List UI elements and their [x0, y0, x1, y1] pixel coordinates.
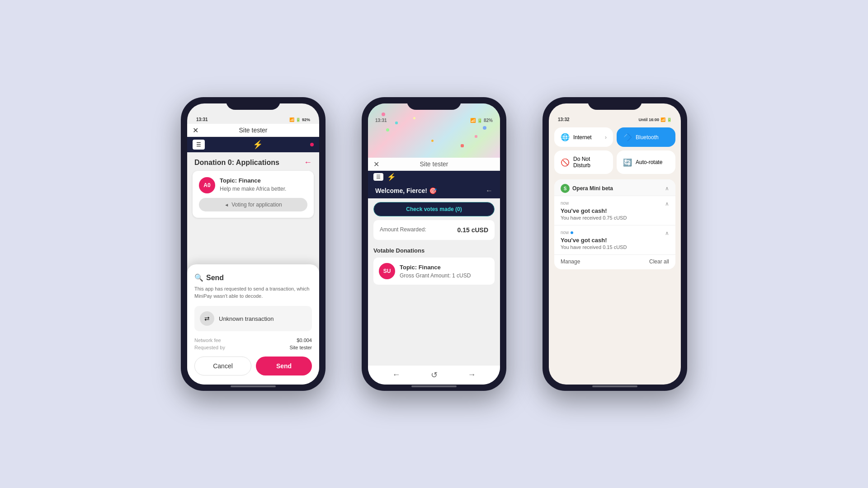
donation-title: Donation 0: Applications [194, 159, 279, 167]
notification-actions: Manage Clear all [554, 254, 675, 269]
phone-2-header-title: Site tester [420, 160, 448, 168]
voting-button[interactable]: Voting for application [199, 198, 307, 211]
phone-1-battery: 92% [302, 117, 310, 122]
confetti-dot-5 [475, 135, 477, 138]
send-button[interactable]: Send [256, 357, 312, 375]
notif-collapse-icon[interactable]: ∧ [665, 185, 669, 192]
notification-dot [310, 143, 314, 146]
donor-topic: Topic: Finance [220, 177, 286, 184]
votable-section-title: Votable Donations [368, 244, 500, 256]
phone-2-close-button[interactable]: ✕ [373, 160, 379, 169]
phone-2-header-bar: ✕ Site tester [368, 158, 500, 171]
wifi-icon: 📶 [289, 117, 294, 122]
notification-item-2: now You've got cash! You have received 0… [554, 225, 675, 254]
dnd-icon: 🚫 [561, 158, 570, 167]
modal-buttons: Cancel Send [194, 357, 312, 375]
battery-icon-p3: 🔋 [667, 117, 672, 122]
nav-refresh-icon[interactable]: ↺ [431, 370, 438, 380]
phone-3-status-icons: Until 16:00 📶 🔋 [638, 117, 672, 122]
phone-2-notch [407, 97, 461, 110]
phone-2-nav-strip: ☰ ⚡ [368, 171, 500, 183]
amount-card: Amount Rewarded: 0.15 cUSD [373, 220, 495, 240]
until-label: Until 16:00 [638, 117, 659, 122]
qs-tile-internet-left: 🌐 Internet [561, 133, 592, 141]
notif-1-time: now [561, 201, 669, 206]
opera-mini-icon: S [561, 184, 570, 193]
nav-back-icon[interactable]: ← [392, 370, 401, 380]
requested-by-value: Site tester [289, 345, 312, 350]
phone-2-menu-icon[interactable]: ☰ [373, 173, 383, 181]
phone-1: 13:31 📶 🔋 92% ✕ Site tester ☰ ⚡ Don [181, 97, 326, 391]
qs-tile-dnd-left: 🚫 Do Not Disturb [561, 156, 607, 169]
amount-label-group: Amount Rewarded: [380, 226, 426, 234]
back-arrow-icon[interactable]: ← [486, 187, 493, 195]
phone-3-screen: 13:32 Until 16:00 📶 🔋 🌐 Internet › [549, 103, 681, 385]
menu-icon[interactable]: ☰ [193, 140, 205, 150]
phone-1-top-bar: ✕ Site tester [187, 124, 319, 137]
donor-avatar: A0 [199, 177, 215, 193]
manage-button[interactable]: Manage [561, 258, 580, 265]
notif-app-name: Opera Mini beta [572, 185, 613, 192]
confetti-dot-4 [386, 128, 389, 131]
donation-card: A0 Topic: Finance Help me make Africa be… [193, 171, 314, 218]
donation-back-icon[interactable]: ← [304, 158, 312, 167]
notif-2-dot [571, 231, 573, 234]
qs-tile-rotate[interactable]: 🔄 Auto-rotate [617, 150, 675, 174]
send-modal-title: 🔍 Send [194, 273, 312, 282]
cancel-button[interactable]: Cancel [194, 357, 251, 375]
battery-icon-p2: 🔋 [477, 118, 482, 123]
phone-3-home-bar [592, 385, 637, 387]
close-button[interactable]: ✕ [193, 126, 198, 135]
network-fee-value: $0.004 [297, 338, 312, 343]
qs-tile-dnd[interactable]: 🚫 Do Not Disturb [554, 150, 613, 174]
notif-1-collapse-icon[interactable]: ∧ [665, 201, 669, 207]
internet-icon: 🌐 [561, 133, 570, 141]
votable-card: SU Topic: Finance Gross Grant Amount: 1 … [373, 258, 495, 285]
phone-2-screen: 13:31 📶 🔋 82% ✕ [368, 103, 500, 385]
bluetooth-label: Bluetooth [636, 134, 659, 141]
phone-3-notch [588, 97, 642, 110]
requested-by-label: Requested by [194, 345, 225, 350]
qs-tile-internet[interactable]: 🌐 Internet › [554, 127, 613, 147]
notif-1-title: You've got cash! [561, 207, 669, 214]
donor-info: Topic: Finance Help me make Africa bette… [220, 177, 286, 192]
check-votes-container: Check votes made (0) [373, 202, 495, 216]
logo-icon: ⚡ [253, 140, 263, 150]
nav-forward-icon[interactable]: → [468, 370, 476, 380]
confetti-dot-8 [461, 144, 464, 147]
requested-by-row: Requested by Site tester [194, 345, 312, 350]
phone-1-header-title: Site tester [239, 127, 267, 134]
donor-row: A0 Topic: Finance Help me make Africa be… [199, 177, 307, 193]
notif-2-time: now [561, 230, 669, 235]
network-fee-label: Network fee [194, 338, 221, 343]
notif-2-title: You've got cash! [561, 237, 669, 244]
check-votes-button[interactable]: Check votes made (0) [373, 202, 495, 216]
phone-2-status-bar: 13:31 📶 🔋 82% [368, 116, 500, 125]
send-description: This app has requested to send a transac… [194, 286, 312, 300]
phone-1-notch [226, 97, 280, 110]
rotate-icon: 🔄 [623, 158, 632, 167]
send-modal: 🔍 Send This app has requested to send a … [187, 264, 319, 385]
phone-2-status-icons: 📶 🔋 82% [470, 118, 493, 123]
confetti-dot-6 [483, 126, 486, 130]
votable-grant: Gross Grant Amount: 1 cUSD [400, 272, 471, 279]
amount-label: Amount Rewarded: [380, 226, 426, 234]
transaction-label: Unknown transaction [219, 315, 274, 322]
clear-all-button[interactable]: Clear all [649, 258, 669, 265]
qs-tile-bluetooth[interactable]: 🔷 Bluetooth [617, 127, 675, 147]
phones-container: 13:31 📶 🔋 92% ✕ Site tester ☰ ⚡ Don [0, 79, 868, 409]
phone-2-logo-icon: ⚡ [387, 173, 396, 181]
phone-3: 13:32 Until 16:00 📶 🔋 🌐 Internet › [542, 97, 687, 391]
rotate-label: Auto-rotate [636, 159, 662, 165]
votable-info: Topic: Finance Gross Grant Amount: 1 cUS… [400, 264, 471, 279]
donor-desc: Help me make Africa better. [220, 186, 286, 192]
signal-icon: 📶 [660, 117, 665, 122]
phone-2-home-bar [411, 385, 457, 387]
votable-avatar: SU [379, 263, 395, 279]
transaction-row: ⇄ Unknown transaction [194, 306, 312, 331]
confetti-dot-7 [431, 140, 434, 142]
phone-2: 13:31 📶 🔋 82% ✕ [362, 97, 506, 391]
phone-2-time: 13:31 [375, 118, 387, 123]
internet-chevron-icon: › [605, 134, 607, 141]
notif-2-collapse-icon[interactable]: ∧ [665, 230, 669, 236]
